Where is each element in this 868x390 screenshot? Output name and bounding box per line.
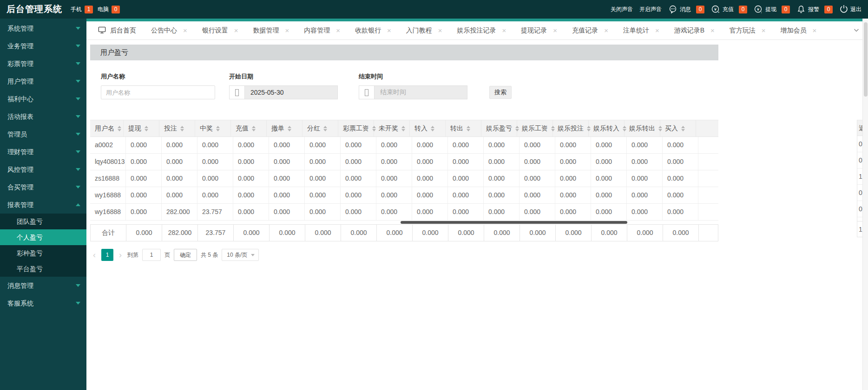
sidebar-subitem[interactable]: 个人盈亏 <box>0 229 86 245</box>
chevron-down-icon[interactable] <box>852 26 861 36</box>
page-size-select[interactable]: 10 条/页 <box>222 249 259 261</box>
username-label: 用户名称 <box>101 72 215 81</box>
sidebar-item[interactable]: 业务管理 <box>0 37 86 55</box>
tab[interactable]: 提现记录× <box>513 26 565 35</box>
sort-icon[interactable] <box>401 126 405 131</box>
phone-online-indicator[interactable]: 手机 1 <box>71 6 93 13</box>
sort-icon[interactable] <box>323 126 327 131</box>
start-date-input[interactable]: 2025-05-30 <box>229 85 338 99</box>
close-icon[interactable]: × <box>336 27 340 34</box>
scrollbar-thumb[interactable] <box>401 221 627 224</box>
logout-button[interactable]: 退出 <box>839 4 861 15</box>
current-page-button[interactable]: 1 <box>101 249 113 261</box>
sidebar-item[interactable]: 风控管理 <box>0 161 86 178</box>
sound-off-button[interactable]: 关闭声音 <box>611 6 633 13</box>
sidebar-item[interactable]: 消息管理 <box>0 277 86 294</box>
column-header[interactable]: 彩票工资 <box>338 120 374 136</box>
close-icon[interactable]: × <box>234 27 238 34</box>
sort-icon[interactable] <box>288 126 291 131</box>
column-header[interactable]: 撤单 <box>267 120 302 136</box>
end-time-placeholder[interactable]: 结束时间 <box>375 85 467 99</box>
goto-page-input[interactable] <box>142 249 161 261</box>
start-date-value[interactable]: 2025-05-30 <box>245 85 338 99</box>
close-icon[interactable]: × <box>553 27 557 34</box>
tab[interactable]: 公告中心× <box>144 26 195 35</box>
value-cell: 0.000 <box>305 137 341 153</box>
column-header[interactable]: 买入 <box>660 120 696 136</box>
pc-online-indicator[interactable]: 电脑 0 <box>98 6 120 13</box>
column-header[interactable]: 转入 <box>410 120 446 136</box>
sidebar-item[interactable]: 理财管理 <box>0 143 86 161</box>
horizontal-scrollbar[interactable] <box>90 221 718 224</box>
column-header[interactable]: 用户名 <box>90 120 124 136</box>
sidebar-item[interactable]: 用户管理 <box>0 72 86 90</box>
sidebar-item[interactable]: 活动报表 <box>0 108 86 125</box>
sort-icon[interactable] <box>180 126 184 131</box>
tab-home[interactable]: 后台首页 <box>90 26 144 36</box>
sort-icon[interactable] <box>252 126 256 131</box>
sort-icon[interactable] <box>431 126 434 131</box>
column-header[interactable]: 未开奖 <box>374 120 410 136</box>
scrollbar-thumb[interactable] <box>864 22 868 97</box>
withdraw-counter[interactable]: ¥↑ 提现 0 <box>754 5 790 14</box>
alarm-counter[interactable]: 报警 0 <box>796 5 833 14</box>
column-header[interactable]: 转出 <box>446 120 481 136</box>
close-icon[interactable]: × <box>762 27 766 34</box>
username-input[interactable] <box>101 85 215 99</box>
column-header[interactable]: 娱乐转入 <box>589 120 625 136</box>
end-time-input[interactable]: 结束时间 <box>359 85 467 99</box>
column-header[interactable]: 分红 <box>302 120 338 136</box>
search-button[interactable]: 搜索 <box>489 86 512 99</box>
close-icon[interactable]: × <box>813 27 817 34</box>
column-header[interactable]: 娱乐投注 <box>553 120 589 136</box>
sidebar-item[interactable]: 系统管理 <box>0 20 86 37</box>
close-icon[interactable]: × <box>438 27 442 34</box>
tab[interactable]: 增加会员× <box>773 26 824 35</box>
tab[interactable]: 数据管理× <box>246 26 297 35</box>
close-icon[interactable]: × <box>183 27 187 34</box>
tab[interactable]: 游戏记录B× <box>667 26 722 35</box>
messages-counter[interactable]: 消息 0 <box>668 5 704 14</box>
sidebar-item[interactable]: 福利中心 <box>0 90 86 108</box>
tab[interactable]: 银行设置× <box>195 26 246 35</box>
close-icon[interactable]: × <box>604 27 608 34</box>
tab[interactable]: 入门教程× <box>399 26 450 35</box>
close-icon[interactable]: × <box>655 27 659 34</box>
sort-icon[interactable] <box>681 126 685 131</box>
close-icon[interactable]: × <box>710 27 715 34</box>
close-icon[interactable]: × <box>387 27 391 34</box>
close-icon[interactable]: × <box>502 27 506 34</box>
sound-on-button[interactable]: 开启声音 <box>639 6 662 13</box>
column-header[interactable]: 提现 <box>124 120 159 136</box>
tab[interactable]: 收款银行× <box>348 26 399 35</box>
sort-icon[interactable] <box>145 126 148 131</box>
sidebar-item[interactable]: 彩票管理 <box>0 55 86 72</box>
sidebar-item[interactable]: 管理员 <box>0 125 86 143</box>
close-icon[interactable]: × <box>285 27 289 34</box>
sidebar-subitem[interactable]: 平台盈亏 <box>0 261 86 277</box>
column-header[interactable]: 充值 <box>231 120 267 136</box>
sidebar-item[interactable]: 报表管理 <box>0 196 86 214</box>
column-header[interactable]: 娱乐工资 <box>517 120 553 136</box>
sort-icon[interactable] <box>216 126 220 131</box>
tab[interactable]: 娱乐投注记录× <box>450 26 514 35</box>
column-header[interactable]: 中奖 <box>195 120 231 136</box>
column-header[interactable]: 娱乐盈亏 <box>481 120 517 136</box>
tab[interactable]: 充值记录× <box>565 26 616 35</box>
sidebar-subitem[interactable]: 彩种盈亏 <box>0 245 86 261</box>
sort-icon[interactable] <box>467 126 470 131</box>
sidebar-item[interactable]: 合买管理 <box>0 178 86 196</box>
sidebar-subitem[interactable]: 团队盈亏 <box>0 214 86 229</box>
vertical-scrollbar[interactable] <box>862 19 868 390</box>
tab[interactable]: 注单统计× <box>616 26 667 35</box>
column-header[interactable]: 娱乐转出 <box>625 120 660 136</box>
tab[interactable]: 内容管理× <box>296 26 348 35</box>
next-page-button[interactable]: › <box>117 251 124 259</box>
sort-icon[interactable] <box>118 126 121 131</box>
sidebar-item[interactable]: 客服系统 <box>0 294 86 312</box>
tab[interactable]: 官方玩法× <box>722 26 773 35</box>
column-header[interactable]: 投注 <box>159 120 195 136</box>
prev-page-button[interactable]: ‹ <box>91 251 98 259</box>
confirm-page-button[interactable]: 确定 <box>174 249 197 261</box>
recharge-counter[interactable]: ¥+ 充值 0 <box>711 5 747 14</box>
